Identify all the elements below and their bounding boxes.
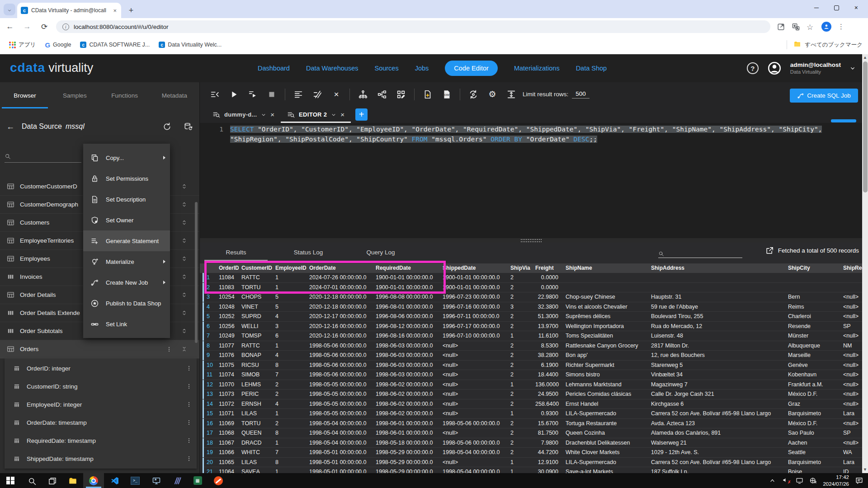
context-menu-item-set-permissions[interactable]: Set Permissions [83,168,170,189]
table-row[interactable]: 710249TOMSP62020-12-16 00:00:00.01996-08… [203,331,863,341]
terminal-taskbar-button[interactable]: >_ [125,473,146,488]
expand-icon[interactable] [181,273,188,281]
taskbar-search-button[interactable] [21,473,42,488]
query-plan-icon[interactable] [396,89,406,99]
close-tab-icon[interactable]: × [270,111,274,118]
column-item-shippeddate[interactable]: ShippedDate: timestamp [5,450,197,468]
row-number[interactable]: 16 [203,419,216,428]
table-row[interactable]: 510252SUPRD42020-12-17 00:00:00.01996-08… [203,312,863,322]
file-explorer-button[interactable] [62,473,83,488]
row-number[interactable]: 12 [203,380,216,389]
expand-icon[interactable] [181,327,188,335]
unformat-sql-icon[interactable] [312,89,322,99]
row-number[interactable]: 20 [203,458,216,467]
new-editor-tab-button[interactable]: + [355,108,368,121]
chevron-down-icon[interactable] [260,112,267,118]
nav-item-data-shop[interactable]: Data Shop [576,65,607,72]
row-number[interactable]: 6 [203,322,216,331]
forward-button[interactable]: → [22,22,33,31]
open-in-new-icon[interactable] [765,246,774,255]
row-number[interactable]: 17 [203,428,216,438]
network-disconnected-icon[interactable] [809,477,817,484]
row-number[interactable]: 18 [203,438,216,448]
table-row[interactable]: 1411072ERNSH41998-05-05 00:00:00.01998-0… [203,399,863,409]
column-item-orderdate[interactable]: OrderDate: timestamp [5,413,197,432]
vscode-taskbar-button[interactable] [104,473,125,488]
user-menu-chevron-icon[interactable] [849,65,856,72]
results-search-input[interactable] [658,246,742,258]
context-menu-item-publish-to-data-shop[interactable]: Publish to Data Shop [83,293,170,314]
user-block[interactable]: admin@localhost Data Virtuality [790,61,841,75]
header-cell-shipaddress[interactable]: ShipAddress [648,263,785,273]
url-bar[interactable]: i localhost:8080/account/#/u/0/editor [56,20,770,33]
browser-menu-icon[interactable]: ⋮ [838,23,844,31]
stop-icon[interactable] [267,89,277,99]
help-icon[interactable]: ? [747,62,759,74]
table-row[interactable]: 1011075RICSU81998-05-06 00:00:00.01998-0… [203,361,863,371]
results-tab-query-log[interactable]: Query Log [344,243,417,262]
table-row[interactable]: 410248VINET52020-12-18 00:00:00.01996-08… [203,302,863,312]
row-number[interactable]: 14 [203,399,216,409]
row-number[interactable]: 19 [203,448,216,457]
app-logo[interactable]: cdata virtuality [10,61,93,75]
expand-icon[interactable] [181,219,188,226]
export-csv-icon[interactable]: CSV [442,89,452,99]
bookmark-item[interactable]: GGoogle [41,41,75,49]
table-row[interactable]: 1611069TORTU21998-05-04 00:00:00.01998-0… [203,419,863,429]
sidebar-scrollbar[interactable] [195,202,198,343]
new-tab-button[interactable]: + [126,5,137,16]
header-cell-shipregio[interactable]: ShipRegio [840,263,863,273]
clear-editor-icon[interactable]: × [331,89,341,99]
db-refresh-icon[interactable] [184,122,193,131]
row-number[interactable]: 10 [203,361,216,370]
tray-chevron-up-icon[interactable] [769,477,776,484]
row-number[interactable]: 3 [203,292,216,302]
context-menu-item-copy-[interactable]: Copy... [83,147,170,168]
action-center-icon[interactable] [855,476,863,485]
row-number[interactable]: 4 [203,302,216,312]
run-selection-icon[interactable] [248,89,258,99]
reload-button[interactable]: ⟳ [39,22,50,32]
table-row[interactable]: 1211070LEHMS21998-05-05 00:00:00.01998-0… [203,380,863,390]
run-icon[interactable] [229,89,239,99]
column-item-requireddate[interactable]: RequiredDate: timestamp [5,432,197,450]
row-number[interactable]: 9 [203,351,216,360]
context-menu-item-set-owner[interactable]: Set Owner [83,210,170,230]
taskbar-clock[interactable]: 17:42 2024/07/26 [823,474,849,487]
sidebar-tab-samples[interactable]: Samples [50,82,99,108]
kebab-menu-icon[interactable] [186,383,192,390]
editor-tab-dummy[interactable]: dummy-d... × [206,106,281,123]
volume-muted-icon[interactable]: ✗ [782,477,790,484]
refresh-icon[interactable] [162,122,172,131]
nav-item-data-warehouses[interactable]: Data Warehouses [306,65,359,72]
context-menu-item-set-link[interactable]: Set Link [83,314,170,334]
expand-icon[interactable] [181,183,188,190]
app-waves-taskbar-button[interactable] [166,473,187,488]
expand-icon[interactable] [181,291,188,299]
sidebar-search-input[interactable] [5,150,81,163]
data-lineage-icon[interactable] [377,89,387,99]
kebab-menu-icon[interactable] [186,401,192,408]
browser-profile-avatar[interactable] [821,22,831,32]
table-row[interactable]: 1711068QUEEN81998-05-04 00:00:00.01998-0… [203,428,863,438]
sidebar-tab-browser[interactable]: Browser [0,82,50,108]
close-tab-icon[interactable]: × [340,111,344,118]
row-number[interactable]: 21 [203,467,216,473]
settings-gear-icon[interactable]: ⚙ [487,89,497,99]
scrollbar-thumb[interactable] [863,61,868,192]
display-icon[interactable] [796,477,803,484]
editor-tab-editor2[interactable]: EDITOR 2 × [281,106,351,123]
nav-item-materializations[interactable]: Materializations [514,65,560,72]
window-restore-button[interactable] [834,5,839,10]
collapse-icon[interactable] [181,345,188,353]
header-cell-freight[interactable]: Freight [533,263,563,273]
table-row[interactable]: 811077RATTC11998-05-06 00:00:00.01998-06… [203,341,863,351]
kebab-menu-icon[interactable] [186,365,192,372]
start-button[interactable] [0,473,21,488]
create-sql-job-button[interactable]: Create SQL Job [790,89,858,103]
bookmark-item[interactable]: アプリ [5,41,39,49]
tab-close-icon[interactable]: × [112,7,118,14]
task-view-button[interactable] [42,473,62,488]
nav-item-code-editor[interactable]: Code Editor [445,61,498,76]
kebab-menu-icon[interactable] [186,437,192,444]
